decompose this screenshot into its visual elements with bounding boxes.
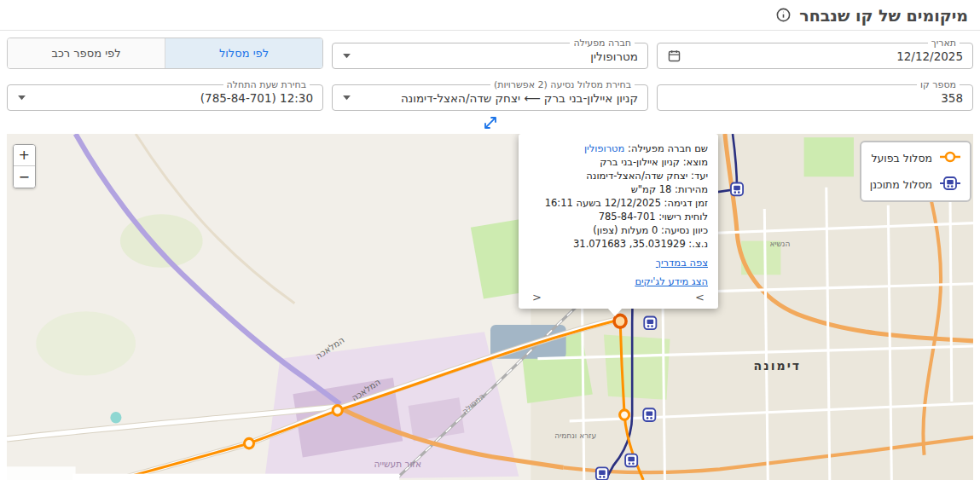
bus-stop-marker[interactable] xyxy=(625,454,637,467)
route-select[interactable]: בחירת מסלול נסיעה (2 אפשרויות) קניון איי… xyxy=(332,79,648,111)
legend-item-actual: מסלול בפועל xyxy=(870,150,961,166)
expand-map-button[interactable] xyxy=(482,114,499,131)
vehicle-info-popup: שם חברה מפעילה: מטרופולין מוצא: קניון אי… xyxy=(519,134,718,309)
popup-speed: מהירות: 18 קמ"ש xyxy=(529,182,708,196)
map[interactable]: דימונה המלאכה המלאכה אזור תעשייה המסילה … xyxy=(7,134,973,480)
popup-destination: יעד: יצחק שדה/האצל-דימונה xyxy=(529,169,708,182)
page-header: מיקומים של קו שנבחר xyxy=(0,0,980,31)
selected-vehicle-marker[interactable] xyxy=(614,315,626,327)
filters: תאריך 12/12/2025 חברה מפעילה מטרופולין xyxy=(0,31,980,134)
calendar-icon[interactable] xyxy=(667,49,681,63)
map-label-industrial: אזור תעשייה xyxy=(374,459,421,470)
zoom-control: + − xyxy=(13,144,36,188)
popup-arrow-right[interactable]: > xyxy=(695,291,705,304)
legend-planned-label: מסלול מתוכנן xyxy=(870,178,932,191)
popup-coordinates: נ.צ.: 35.031929, 31.071683 xyxy=(529,237,708,251)
geeks-link[interactable]: הצג מידע לג'יקים xyxy=(635,275,708,288)
popup-operator-line: שם חברה מפעילה: מטרופולין xyxy=(529,142,708,155)
route-value: קניון איילון-בני ברק ⟵ יצחק שדה/האצל-דימ… xyxy=(401,91,638,105)
zoom-out-button[interactable]: − xyxy=(14,166,35,188)
popup-origin: מוצא: קניון איילון-בני ברק xyxy=(529,155,708,169)
chevron-down-icon xyxy=(17,95,26,101)
date-label: תאריך xyxy=(928,38,960,49)
start-time-value: 12:30 (785-84-701) xyxy=(200,91,313,105)
actual-route-icon xyxy=(939,150,961,166)
route-point-marker[interactable] xyxy=(244,438,253,448)
line-number-label: מספר קו xyxy=(917,79,960,90)
popup-plate: לוחית רישוי: 785-84-701 xyxy=(529,210,708,223)
page-title: מיקומים של קו שנבחר xyxy=(799,6,968,25)
operator-select[interactable]: חברה מפעילה מטרופולין xyxy=(332,38,648,69)
date-field[interactable]: תאריך 12/12/2025 xyxy=(657,38,973,69)
map-label-street: הנשיא xyxy=(769,239,790,248)
operator-value: מטרופולין xyxy=(590,49,638,63)
start-time-label: בחירת שעת התחלה xyxy=(223,79,310,90)
chevron-down-icon xyxy=(342,95,351,101)
map-attribution xyxy=(7,466,76,480)
guide-link[interactable]: צפה במדריך xyxy=(656,256,708,269)
chevron-down-icon xyxy=(342,53,351,59)
toggle-by-route[interactable]: לפי מסלול xyxy=(165,38,322,68)
legend-item-planned: מסלול מתוכנן xyxy=(870,176,961,193)
toggle-by-vehicle[interactable]: לפי מספר רכב xyxy=(8,38,165,68)
date-value: 12/12/2025 xyxy=(896,49,963,63)
bus-stop-marker[interactable] xyxy=(596,467,608,480)
map-legend: מסלול בפועל מסלול מתוכנן xyxy=(860,141,971,202)
start-time-select[interactable]: בחירת שעת התחלה 12:30 (785-84-701) xyxy=(7,79,323,111)
info-icon[interactable] xyxy=(775,7,792,23)
popup-arrow-left[interactable]: < xyxy=(532,291,542,304)
operator-label: חברה מפעילה xyxy=(570,38,635,49)
planned-route-icon xyxy=(939,176,961,193)
line-number-value: 358 xyxy=(941,91,963,105)
popup-operator-value: מטרופולין xyxy=(584,142,624,154)
popup-nav: < > xyxy=(529,291,708,304)
route-label: בחירת מסלול נסיעה (2 אפשרויות) xyxy=(490,79,635,90)
popup-bearing: כיוון נסיעה: 0 מעלות (צפון) xyxy=(529,223,708,237)
line-number-field[interactable]: מספר קו 358 xyxy=(657,79,973,111)
bus-stop-marker[interactable] xyxy=(644,317,656,330)
popup-operator-label: שם חברה מפעילה: xyxy=(628,142,708,154)
app: מיקומים של קו שנבחר תאריך 12/12/2025 xyxy=(0,0,980,480)
map-label-city: דימונה xyxy=(754,359,802,373)
bus-stop-marker[interactable] xyxy=(643,408,655,421)
zoom-in-button[interactable]: + xyxy=(14,145,35,166)
map-canvas[interactable]: דימונה המלאכה המלאכה אזור תעשייה המסילה … xyxy=(7,134,973,480)
bus-stop-marker[interactable] xyxy=(731,183,743,196)
map-label-street: עזרא ונחמיה xyxy=(554,431,596,440)
popup-sample-time: זמן דגימה: 12/12/2025 בשעה 16:11 xyxy=(529,196,708,210)
mode-toggle-group: לפי מסלול לפי מספר רכב xyxy=(7,38,323,69)
route-point-marker[interactable] xyxy=(620,410,629,420)
pond xyxy=(110,412,121,424)
route-point-marker[interactable] xyxy=(333,406,342,416)
legend-actual-label: מסלול בפועל xyxy=(871,152,932,165)
